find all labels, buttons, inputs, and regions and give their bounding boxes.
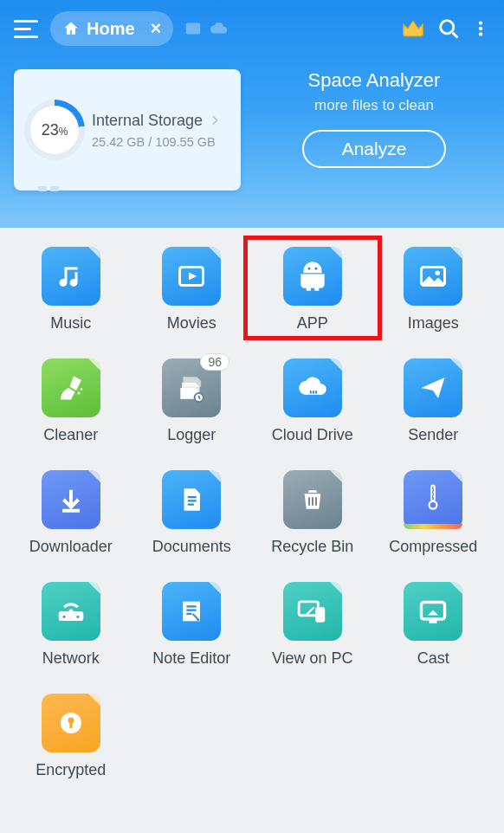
tile-label: Images: [408, 314, 459, 333]
svg-point-1: [441, 21, 454, 34]
tile-label: Downloader: [29, 538, 113, 556]
svg-point-21: [62, 616, 65, 618]
tab-home[interactable]: Home ×: [50, 11, 173, 46]
svg-point-10: [436, 271, 440, 275]
tile-downloader[interactable]: Downloader: [12, 470, 130, 556]
encrypted-icon: [42, 694, 100, 752]
menu-button[interactable]: [14, 16, 40, 42]
downloader-icon: [42, 470, 100, 529]
analyzer-title: Space Analyzer: [308, 69, 441, 92]
tab-close-button[interactable]: ×: [142, 17, 162, 40]
more-button[interactable]: [471, 16, 490, 41]
storage-title: Internal Storage: [92, 112, 222, 130]
tile-movies[interactable]: Movies: [133, 247, 251, 333]
svg-point-3: [479, 21, 482, 24]
tile-network[interactable]: Network: [12, 582, 130, 668]
tile-label: Network: [42, 649, 100, 668]
storage-gauge: 23%: [24, 100, 85, 160]
analyze-button[interactable]: Analyze: [302, 130, 447, 168]
app-icon: [283, 247, 342, 306]
tile-label: Movies: [167, 314, 216, 333]
tile-label: Logger: [167, 426, 216, 444]
cleaner-icon: [42, 358, 100, 417]
svg-point-7: [307, 268, 310, 270]
tile-note-editor[interactable]: Note Editor: [133, 582, 251, 668]
svg-line-2: [453, 33, 458, 38]
tile-label: Documents: [152, 538, 231, 556]
tile-cloud-drive[interactable]: Cloud Drive: [254, 358, 372, 444]
tile-view-on-pc[interactable]: View on PC: [254, 582, 372, 668]
svg-point-4: [479, 27, 482, 30]
tile-label: View on PC: [272, 649, 353, 668]
svg-rect-28: [69, 722, 72, 729]
network-icon: [42, 582, 100, 641]
tab-label: Home: [87, 19, 135, 39]
tile-logger[interactable]: 96 Logger: [133, 358, 251, 444]
movies-icon: [162, 247, 221, 306]
svg-rect-0: [186, 23, 201, 35]
tile-label: APP: [297, 314, 328, 333]
svg-rect-24: [315, 607, 325, 622]
svg-point-8: [314, 268, 317, 270]
search-button[interactable]: [436, 16, 461, 41]
images-icon: [404, 247, 462, 306]
tile-label: Compressed: [389, 538, 477, 556]
tile-label: Recycle Bin: [271, 538, 353, 556]
svg-rect-15: [313, 391, 314, 393]
note-editor-icon: [162, 582, 221, 641]
tile-label: Sender: [408, 426, 458, 444]
home-icon: [62, 20, 80, 37]
storage-usage: 25.42 GB / 109.55 GB: [92, 135, 222, 149]
svg-point-22: [76, 616, 79, 618]
cloud-icon: [210, 19, 229, 38]
tile-label: Cast: [417, 649, 449, 668]
music-icon: [42, 247, 100, 306]
storage-card[interactable]: 23% Internal Storage 25.42 GB / 109.55 G…: [14, 69, 241, 190]
window-icon: [184, 19, 203, 38]
svg-point-18: [430, 501, 437, 509]
cloud-drive-icon: [283, 358, 342, 417]
tile-music[interactable]: Music: [12, 247, 130, 333]
tile-label: Cleaner: [43, 426, 98, 444]
documents-icon: [162, 470, 221, 529]
tile-images[interactable]: Images: [375, 247, 493, 333]
chevron-right-icon: [208, 113, 222, 127]
tile-label: Note Editor: [152, 649, 230, 668]
tile-recycle-bin[interactable]: Recycle Bin: [254, 470, 372, 556]
recycle-icon: [283, 470, 342, 529]
tile-cast[interactable]: Cast: [375, 582, 493, 668]
analyzer-subtitle: more files to clean: [314, 97, 434, 114]
svg-point-20: [68, 609, 73, 613]
logger-badge: 96: [200, 353, 229, 371]
svg-point-12: [81, 388, 82, 390]
tile-sender[interactable]: Sender: [375, 358, 493, 444]
tile-encrypted[interactable]: Encrypted: [12, 694, 130, 779]
crown-icon[interactable]: [400, 16, 426, 42]
cast-icon: [404, 582, 462, 641]
tile-label: Cloud Drive: [272, 426, 353, 444]
svg-rect-14: [310, 391, 312, 393]
tile-cleaner[interactable]: Cleaner: [12, 358, 130, 444]
compressed-icon: [404, 470, 462, 529]
svg-rect-16: [315, 391, 317, 393]
tile-label: Music: [50, 314, 91, 333]
svg-point-5: [479, 32, 482, 36]
view-on-pc-icon: [283, 582, 342, 641]
tile-label: Encrypted: [36, 761, 106, 779]
sender-icon: [404, 358, 462, 417]
svg-point-11: [77, 392, 80, 395]
tile-compressed[interactable]: Compressed: [375, 470, 493, 556]
tile-app[interactable]: APP: [254, 247, 372, 333]
tile-documents[interactable]: Documents: [133, 470, 251, 556]
